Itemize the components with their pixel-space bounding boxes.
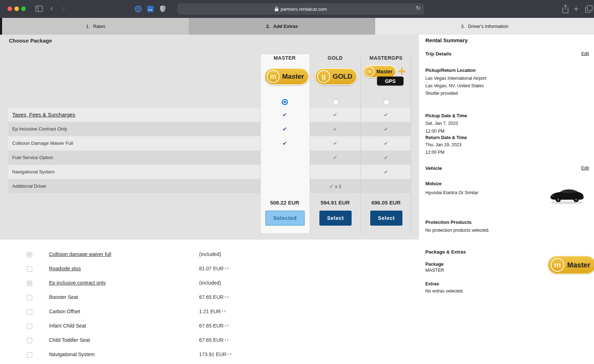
extension-target-icon[interactable] (134, 5, 142, 13)
extra-detail-link[interactable]: Ep inclusive contract only (49, 280, 106, 286)
package-table-row: Taxes, Fees & Surcharges✔✔✔ (8, 108, 411, 122)
wizard-steps: 1. Rates 2. Add Extras 3. Driver's Infor… (0, 18, 594, 35)
master-logo-monogram: m (267, 70, 280, 83)
reload-icon[interactable]: ↻ (416, 5, 421, 11)
package-radio-gold[interactable] (333, 99, 339, 105)
window-zoom-button[interactable] (21, 6, 26, 11)
window-minimize-button[interactable] (14, 6, 19, 11)
price-footnote: ¹ ² (223, 338, 228, 343)
step-tab-add-extras[interactable]: 2. Add Extras (189, 18, 375, 35)
mastergps-logo-monogram: m (364, 67, 375, 77)
check-icon-cell: ✔ (372, 122, 400, 136)
package-row-label: Ep Inclusive Contract Only (12, 122, 67, 136)
package-price-mastergps: 696.05 EUR (357, 200, 415, 206)
extra-price: 173.91 EUR ¹ ² (199, 351, 231, 357)
extra-price: 67.65 EUR ¹ ² (199, 323, 228, 329)
package-row-link[interactable]: Taxes, Fees & Surcharges (12, 108, 75, 122)
package-table-row: Collision Damage Waiver Full✔✔✔ (8, 137, 411, 150)
protection-products-text: No protection products selected. (425, 228, 489, 233)
extra-checkbox[interactable] (27, 352, 32, 358)
mastergps-logo: m Master + GPS (363, 65, 406, 86)
trip-details-edit-link[interactable]: Edit (581, 51, 589, 56)
forward-button[interactable]: › (62, 4, 65, 13)
sidebar-toggle-icon[interactable] (35, 5, 43, 12)
browser-chrome: ‹ › partners.rentalcar.com ↻ + (0, 0, 594, 18)
extra-item-row: Roadside plus81.07 EUR ¹ ² (0, 264, 419, 274)
location-line: Shuttle provided (425, 91, 458, 96)
gold-logo: g GOLD (315, 68, 357, 85)
selected-package-badge: m Master (548, 256, 594, 274)
check-icon-cell: ✔ (270, 122, 299, 136)
package-radio-master[interactable] (282, 99, 288, 105)
extra-checkbox-checked[interactable]: ✓ (27, 281, 32, 286)
check-icon-cell: ✔ (372, 137, 400, 150)
share-icon[interactable] (561, 4, 569, 14)
extra-price: 67.65 EUR ¹ ² (199, 337, 228, 343)
page-title: Choose Package (9, 38, 52, 44)
step-tab-rates[interactable]: 1. Rates (3, 18, 189, 35)
step-number: 1. (86, 24, 90, 29)
vehicle-edit-link[interactable]: Edit (581, 166, 589, 171)
address-bar[interactable]: partners.rentalcar.com ↻ (177, 3, 424, 15)
price-footnote: ¹ ² (223, 267, 228, 271)
location-line: Las Vegas, NV, United States (425, 83, 484, 88)
rental-summary-panel: Rental Summary Trip Details Edit Pickup/… (419, 35, 594, 364)
package-table-row: Navigational System✔ (8, 165, 411, 179)
url-text: partners.rentalcar.com (281, 6, 327, 12)
extra-item-row: ✓Collision damage waiver full(included) (0, 249, 419, 260)
new-tab-button[interactable]: + (574, 4, 579, 14)
extras-section: ✓Collision damage waiver full(included)R… (0, 240, 419, 364)
pickup-return-location-label: Pickup/Return Location (425, 68, 475, 73)
extra-checkbox[interactable] (27, 266, 32, 272)
step-number: 2. (266, 24, 270, 29)
extra-detail-link[interactable]: Roadside plus (49, 266, 81, 271)
master-logo: m Master (264, 68, 309, 85)
package-column-header-master: MASTER (260, 55, 310, 61)
check-icon-cell: ✔ (270, 108, 299, 122)
extra-detail-link[interactable]: Collision damage waiver full (49, 251, 111, 257)
select-button-mastergps[interactable]: Select (370, 211, 402, 226)
step-number: 3. (461, 24, 465, 29)
extra-label: Child Toddler Seat (49, 337, 90, 343)
step-tab-drivers-information[interactable]: 3. Driver's Information (375, 18, 594, 35)
package-extras-heading: Package & Extras (425, 249, 466, 255)
extra-price: 67.65 EUR ¹ ² (199, 294, 228, 300)
check-icon-cell: ✔ (321, 137, 349, 150)
select-button-gold[interactable]: Select (319, 211, 352, 226)
package-price-master: 508.22 EUR (256, 200, 313, 206)
package-column-header-gold: GOLD (310, 55, 360, 61)
extra-label: Carbon Offset (49, 309, 80, 314)
step-label: Add Extras (273, 24, 298, 29)
check-icon-cell: ✔ (372, 108, 400, 122)
extra-item-row: Infant Child Seat67.65 EUR ¹ ² (0, 321, 419, 331)
tab-overview-icon[interactable] (585, 5, 593, 13)
package-radio-mastergps[interactable] (383, 99, 390, 105)
check-icon-cell: ✔ (321, 151, 349, 164)
gps-tag: GPS (377, 77, 404, 85)
package-row-label: Additional Driver (12, 179, 46, 193)
extra-checkbox[interactable] (27, 295, 32, 300)
select-button-master[interactable]: Selected (265, 211, 305, 226)
extra-item-row: Navigational System173.91 EUR ¹ ² (0, 349, 419, 360)
extra-checkbox[interactable] (27, 338, 32, 343)
extra-label: Infant Child Seat (49, 323, 86, 329)
check-icon-cell: ✔ (270, 137, 299, 150)
extra-item-row: Child Toddler Seat67.65 EUR ¹ ² (0, 335, 419, 346)
check-icon-cell: ✔ x 3 (321, 179, 349, 193)
gold-logo-monogram: g (317, 70, 330, 83)
extra-checkbox[interactable] (27, 324, 32, 329)
extra-price: (included) (199, 280, 221, 286)
extra-checkbox-checked[interactable]: ✓ (27, 252, 32, 257)
check-multiplier-note: x 3 (334, 184, 341, 189)
check-icon-cell: ✔ (372, 165, 400, 179)
choose-package-section: Choose Package MASTER GOLD MASTERGPS m M… (0, 35, 419, 240)
window-close-button[interactable] (8, 6, 12, 11)
extension-app-icon[interactable] (147, 5, 154, 13)
back-button[interactable]: ‹ (50, 4, 53, 13)
extra-price: 1.21 EUR ¹ ² (199, 309, 226, 314)
return-time: 12:00 PM (425, 150, 445, 155)
extra-checkbox[interactable] (27, 309, 32, 315)
extra-price: 81.07 EUR ¹ ² (199, 266, 228, 271)
price-footnote: ¹ ² (223, 324, 228, 328)
shield-icon[interactable] (160, 5, 166, 13)
